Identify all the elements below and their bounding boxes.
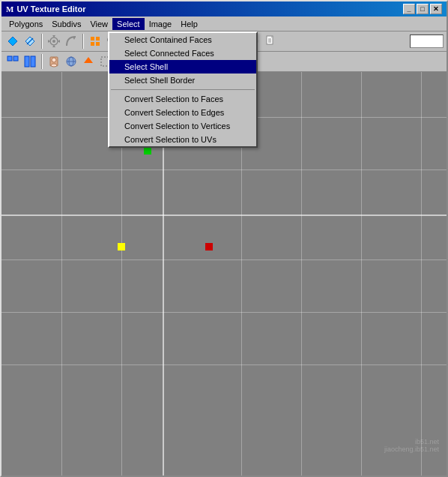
svg-rect-41 xyxy=(31,56,35,67)
maximize-button[interactable]: □ xyxy=(417,4,429,14)
toolbar-btn-3[interactable] xyxy=(46,33,62,50)
menu-convert-to-edges[interactable]: Convert Selection to Edges xyxy=(109,106,256,119)
second-toolbar-section-1 xyxy=(4,53,38,70)
watermark-text-2: jiaocheng.ib51.net xyxy=(384,446,439,453)
v-line-6 xyxy=(421,72,422,476)
h-line-2 xyxy=(1,170,447,170)
second-toolbar-sep-1 xyxy=(41,54,43,69)
menu-convert-to-uvs[interactable]: Convert Selection to UVs xyxy=(109,133,256,146)
h-line-3 xyxy=(1,260,447,260)
toolbar-right: 0.350 xyxy=(410,34,444,48)
uv-point-yellow[interactable] xyxy=(118,243,125,250)
uv-point-green[interactable] xyxy=(144,147,151,154)
menu-image[interactable]: Image xyxy=(145,18,177,30)
menu-convert-to-vertices[interactable]: Convert Selection to Vertices xyxy=(109,119,256,133)
window-icon: M xyxy=(6,4,13,14)
v-line-4 xyxy=(301,72,302,476)
watermark: ib51.net jiaocheng.ib51.net xyxy=(384,438,439,453)
v-line-1 xyxy=(61,72,62,476)
toolbar-section-2 xyxy=(46,33,79,50)
menu-select-shell[interactable]: Select Shell xyxy=(109,60,256,74)
tb-face-1[interactable] xyxy=(46,53,62,70)
select-dropdown-menu: Select Contained Faces Select Connected … xyxy=(108,32,258,148)
window-title: UV Texture Editor xyxy=(16,4,85,14)
svg-marker-9 xyxy=(73,37,76,40)
tb-uv-mode-2[interactable] xyxy=(22,53,38,70)
svg-marker-48 xyxy=(84,57,93,63)
main-window: M UV Texture Editor _ □ ✕ Polygons Subdi… xyxy=(0,0,448,477)
menu-help[interactable]: Help xyxy=(176,18,202,30)
tb-globe-2[interactable] xyxy=(63,53,79,70)
svg-rect-12 xyxy=(91,42,94,46)
svg-rect-10 xyxy=(91,37,94,40)
toolbar-sep-1 xyxy=(41,34,43,49)
svg-point-44 xyxy=(51,64,57,67)
second-toolbar-section-2 xyxy=(46,53,114,70)
menu-polygons[interactable]: Polygons xyxy=(4,18,47,30)
toolbar-btn-doc[interactable] xyxy=(262,33,279,50)
toolbar-btn-5[interactable] xyxy=(87,33,103,50)
menu-select-shell-border[interactable]: Select Shell Border xyxy=(109,74,256,87)
value-input[interactable]: 0.350 xyxy=(410,34,444,48)
svg-marker-0 xyxy=(8,37,17,46)
title-bar-controls: _ □ ✕ xyxy=(403,4,442,14)
menu-select-connected-faces[interactable]: Select Connected Faces xyxy=(109,46,256,60)
minimize-button[interactable]: _ xyxy=(403,4,415,14)
v-line-5 xyxy=(361,72,362,476)
title-bar-left: M UV Texture Editor xyxy=(6,4,85,14)
uv-point-red[interactable] xyxy=(205,243,213,250)
menu-select[interactable]: Select xyxy=(112,18,145,30)
menu-bar: Polygons Subdivs View Select Image Help … xyxy=(1,16,447,32)
svg-rect-39 xyxy=(13,56,18,61)
toolbar-btn-1[interactable] xyxy=(4,33,21,50)
watermark-text-1: ib51.net xyxy=(384,438,439,446)
toolbar-sep-2 xyxy=(82,34,84,49)
tb-arrow-3[interactable] xyxy=(80,53,97,70)
menu-view[interactable]: View xyxy=(85,18,112,30)
menu-convert-to-faces[interactable]: Convert Selection to Faces xyxy=(109,92,256,106)
h-line-4 xyxy=(1,312,447,313)
svg-rect-38 xyxy=(7,56,12,61)
toolbar-btn-4[interactable] xyxy=(63,33,79,50)
title-bar: M UV Texture Editor _ □ ✕ xyxy=(1,2,447,16)
menu-select-contained-faces[interactable]: Select Contained Faces xyxy=(109,33,256,46)
menu-subdivs[interactable]: Subdivs xyxy=(47,18,85,30)
h-line-5 xyxy=(1,364,447,365)
close-button[interactable]: ✕ xyxy=(430,4,442,14)
svg-rect-40 xyxy=(25,56,29,67)
svg-point-4 xyxy=(52,40,55,43)
svg-point-43 xyxy=(52,58,56,62)
h-line-thick-1 xyxy=(1,214,447,216)
svg-rect-13 xyxy=(96,42,100,46)
toolbar-section-1 xyxy=(4,33,38,50)
svg-rect-11 xyxy=(96,37,100,40)
toolbar-btn-2[interactable] xyxy=(22,33,38,50)
menu-separator-1 xyxy=(111,89,255,90)
tb-uv-mode-1[interactable] xyxy=(4,53,21,70)
